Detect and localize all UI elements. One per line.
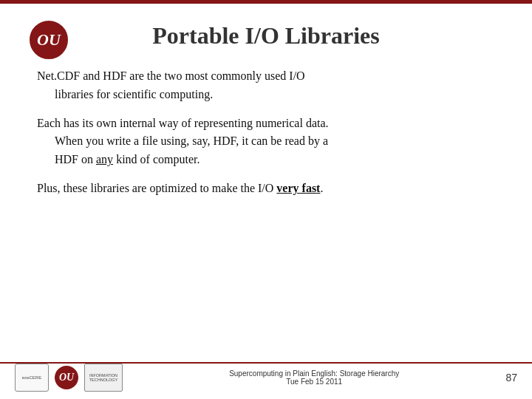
- bullet-3: Plus, these libraries are optimized to m…: [37, 180, 495, 198]
- it-logo-text: INFORMATIONTECHNOLOGY: [89, 373, 118, 382]
- it-logo: INFORMATIONTECHNOLOGY: [84, 364, 123, 392]
- slide-title: Portable I/O Libraries: [152, 22, 380, 50]
- header: OU Portable I/O Libraries: [30, 15, 502, 50]
- bullet-3-main: Plus, these libraries are optimized to m…: [37, 180, 495, 198]
- footer-line1: Supercomputing in Plain English: Storage…: [123, 369, 505, 378]
- slide: OU Portable I/O Libraries Net.CDF and HD…: [0, 0, 532, 399]
- footer: eosCERE OU INFORMATIONTECHNOLOGY Superco…: [0, 364, 532, 392]
- bullet-1-indent: libraries for scientific computing.: [37, 86, 495, 104]
- very-fast-text: very fast: [276, 182, 320, 194]
- slide-content: Net.CDF and HDF are the two most commonl…: [30, 67, 502, 198]
- ou-logo-text: OU: [37, 30, 61, 50]
- bullet-2-main: Each has its own internal way of represe…: [37, 115, 495, 133]
- any-underline: any: [96, 153, 113, 166]
- bullet-1-main: Net.CDF and HDF are the two most commonl…: [37, 67, 495, 86]
- bullet-1: Net.CDF and HDF are the two most commonl…: [37, 67, 495, 104]
- ou-logo-top: OU: [30, 21, 68, 59]
- ou-footer-text: OU: [59, 372, 74, 383]
- page-number: 87: [505, 372, 517, 383]
- ou-logo-circle: OU: [30, 21, 68, 59]
- bullet-2-indent-2: HDF on any kind of computer.: [37, 151, 495, 169]
- top-accent-bar: [0, 0, 532, 4]
- eoscere-logo: eosCERE: [15, 364, 49, 392]
- eoscere-text: eosCERE: [22, 375, 41, 380]
- footer-line2: Tue Feb 15 2011: [123, 378, 505, 386]
- bullet-2: Each has its own internal way of represe…: [37, 115, 495, 169]
- ou-logo-footer: OU: [55, 366, 78, 389]
- bullet-2-indent-1: When you write a file using, say, HDF, i…: [37, 132, 495, 151]
- footer-center: Supercomputing in Plain English: Storage…: [123, 369, 505, 386]
- footer-logos: eosCERE OU INFORMATIONTECHNOLOGY: [15, 364, 123, 392]
